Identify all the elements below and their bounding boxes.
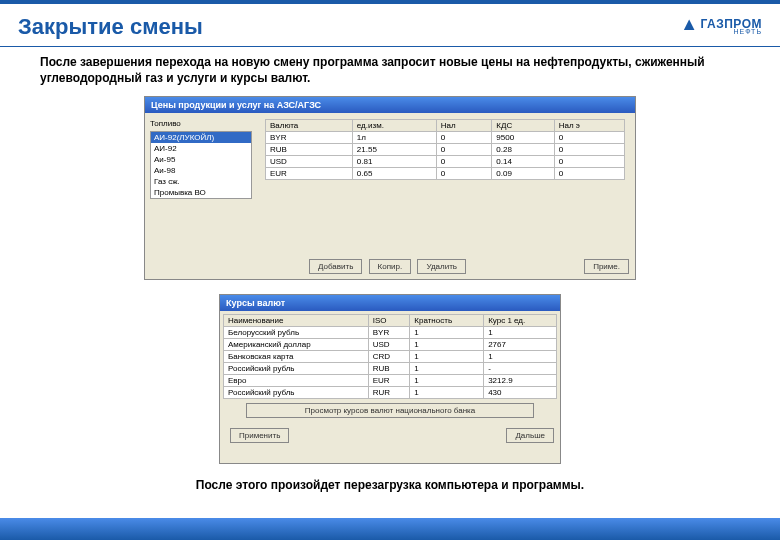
products-label: Топливо	[150, 119, 250, 128]
brand-logo-sub: НЕФТЬ	[733, 28, 762, 35]
footer-bar	[0, 518, 780, 540]
products-list[interactable]: АИ-92(ЛУКОЙЛ) АИ-92 Аи-95 Аи-98 Газ сж. …	[150, 131, 252, 199]
add-button[interactable]: Добавить	[309, 259, 362, 274]
page-title: Закрытие смены	[0, 4, 780, 46]
table-row: RUB21.5500.280	[266, 144, 625, 156]
table-row: ЕвроEUR13212.9	[224, 375, 557, 387]
list-item[interactable]: Газ сж.	[151, 176, 251, 187]
prices-table[interactable]: Валютаед.изм. НалКДС Нал э BYR1л095000 R…	[265, 119, 625, 180]
apply-button[interactable]: Приме.	[584, 259, 629, 274]
list-item[interactable]: АИ-92(ЛУКОЙЛ)	[151, 132, 251, 143]
delete-button[interactable]: Удалить	[417, 259, 466, 274]
table-row: Белорусский рубльBYR11	[224, 327, 557, 339]
intro-text: После завершения перехода на новую смену…	[0, 55, 780, 96]
window1-title: Цены продукции и услуг на АЗС/АГЗС	[145, 97, 635, 113]
list-item[interactable]: АИ-92	[151, 143, 251, 154]
screenshot-rates: Курсы валют НаименованиеISO КратностьКур…	[219, 294, 561, 464]
table-row: USD0.8100.140	[266, 156, 625, 168]
view-rates-button[interactable]: Просмотр курсов валют национального банк…	[246, 403, 534, 418]
table-row: EUR0.6500.090	[266, 168, 625, 180]
table-row: Банковская картаCRD11	[224, 351, 557, 363]
list-item[interactable]: Аи-95	[151, 154, 251, 165]
table-row: Американский долларUSD12767	[224, 339, 557, 351]
list-item[interactable]: Аи-98	[151, 165, 251, 176]
next-button[interactable]: Дальше	[506, 428, 554, 443]
list-item[interactable]: Промывка ВО	[151, 187, 251, 198]
rates-table[interactable]: НаименованиеISO КратностьКурс 1 ед. Бело…	[223, 314, 557, 399]
outro-text: После этого произойдет перезагрузка комп…	[0, 478, 780, 492]
apply-button[interactable]: Применить	[230, 428, 289, 443]
table-row: BYR1л095000	[266, 132, 625, 144]
table-row: Российский рубльRUB1-	[224, 363, 557, 375]
table-row: Российский рубльRUR1430	[224, 387, 557, 399]
copy-button[interactable]: Копир.	[369, 259, 412, 274]
window2-title: Курсы валют	[220, 295, 560, 311]
screenshot-prices: Цены продукции и услуг на АЗС/АГЗС Топли…	[144, 96, 636, 280]
